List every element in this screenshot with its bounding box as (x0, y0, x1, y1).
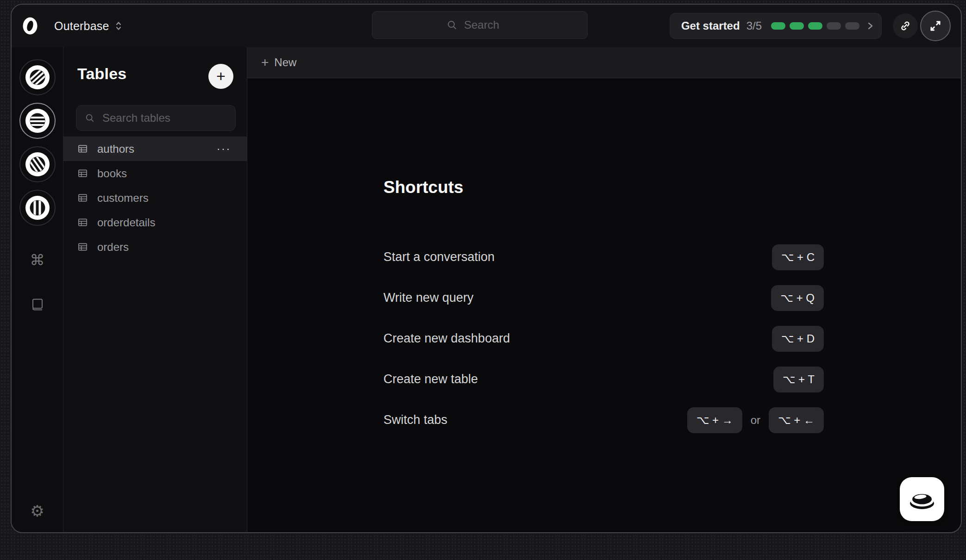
add-table-button[interactable]: + (208, 64, 233, 89)
table-icon (77, 242, 88, 252)
table-more-button[interactable]: ··· (214, 137, 234, 161)
shortcut-label: Create new table (383, 372, 478, 386)
get-started-progress-count: 3/5 (746, 19, 762, 32)
tab-bar: + New (247, 47, 961, 78)
ai-button-icon (907, 485, 937, 514)
table-item-orders[interactable]: orders (63, 235, 247, 259)
outerbase-logo-icon (23, 17, 38, 35)
table-icon (77, 168, 88, 179)
plus-icon: + (216, 68, 226, 84)
progress-pill (808, 22, 822, 30)
progress-pills (771, 22, 859, 30)
chevron-right-icon (867, 21, 874, 31)
ai-assistant-button[interactable] (900, 477, 944, 521)
kbd-badge: ⌥ + D (772, 326, 824, 352)
expand-button[interactable] (920, 11, 951, 41)
table-icon (77, 217, 88, 228)
kbd-badge: ⌥ + T (773, 367, 824, 392)
topbar: Outerbase Get started 3/5 (12, 5, 961, 47)
global-search-input[interactable] (463, 18, 513, 32)
app-body: ⌘ ⚙ Tables + (12, 47, 961, 532)
shortcut-row: Create new table ⌥ + T (383, 366, 824, 392)
global-search[interactable] (372, 11, 588, 39)
shortcut-row: Start a conversation ⌥ + C (383, 244, 824, 270)
table-label: customers (97, 192, 149, 205)
workspace-rail: ⌘ ⚙ (12, 47, 63, 532)
shortcuts-title: Shortcuts (383, 178, 464, 197)
gear-icon: ⚙ (30, 503, 44, 519)
workspace-selector[interactable]: Outerbase (50, 17, 126, 36)
tables-list: authors ··· books customers (63, 137, 247, 259)
shortcut-label: Create new dashboard (383, 331, 510, 346)
tables-sidebar: Tables + authors ··· (63, 47, 247, 532)
docs-button[interactable] (26, 295, 49, 314)
progress-pill (845, 22, 859, 30)
link-icon (899, 19, 912, 32)
app-window: Outerbase Get started 3/5 (11, 4, 962, 533)
progress-pill (790, 22, 804, 30)
table-label: authors (97, 143, 134, 156)
new-tab-button[interactable]: + New (261, 56, 296, 69)
new-tab-label: New (274, 56, 296, 69)
base-icon-3[interactable] (19, 146, 56, 182)
table-icon (77, 193, 88, 203)
settings-button[interactable]: ⚙ (26, 502, 49, 520)
shortcut-label: Switch tabs (383, 413, 447, 427)
command-icon: ⌘ (30, 253, 45, 268)
workspace-name: Outerbase (54, 19, 109, 33)
tables-search-input[interactable] (101, 111, 227, 125)
progress-pill (827, 22, 841, 30)
get-started-button[interactable]: Get started 3/5 (670, 13, 882, 39)
table-label: books (97, 167, 127, 180)
share-link-button[interactable] (893, 13, 918, 38)
shortcuts-rows: Start a conversation ⌥ + C Write new que… (383, 244, 824, 448)
table-label: orders (97, 241, 129, 254)
search-icon (446, 19, 458, 31)
kbd-badge: ⌥ + C (772, 244, 824, 270)
shortcut-row: Create new dashboard ⌥ + D (383, 325, 824, 352)
table-label: orderdetails (97, 216, 155, 229)
book-icon (30, 297, 45, 312)
kbd-badge: ⌥ + → (687, 407, 742, 433)
main-area: + New Shortcuts Start a conversation ⌥ +… (247, 47, 961, 532)
progress-pill (771, 22, 785, 30)
kbd-badge: ⌥ + ← (769, 407, 824, 433)
tables-search[interactable] (76, 105, 236, 131)
get-started-label: Get started (681, 19, 740, 32)
expand-arrows-icon (928, 19, 943, 33)
shortcut-label: Write new query (383, 291, 474, 305)
table-item-authors[interactable]: authors ··· (63, 137, 247, 161)
table-icon (77, 143, 88, 154)
plus-icon: + (261, 56, 269, 69)
table-item-orderdetails[interactable]: orderdetails (63, 210, 247, 235)
or-separator: or (751, 414, 760, 427)
search-icon (85, 113, 95, 123)
command-menu-button[interactable]: ⌘ (26, 251, 49, 269)
shortcut-row: Switch tabs ⌥ + → or ⌥ + ← (383, 407, 824, 433)
table-item-customers[interactable]: customers (63, 186, 247, 210)
base-icon-4[interactable] (19, 190, 56, 226)
chevron-updown-icon (115, 20, 122, 31)
sidebar-title: Tables (77, 65, 126, 83)
shortcut-label: Start a conversation (383, 250, 495, 264)
kbd-badge: ⌥ + Q (771, 285, 824, 311)
shortcut-row: Write new query ⌥ + Q (383, 285, 824, 311)
table-item-books[interactable]: books (63, 161, 247, 186)
base-icon-1[interactable] (19, 59, 56, 95)
topbar-right-cluster: Get started 3/5 (670, 5, 951, 47)
base-icon-2-active[interactable] (19, 103, 56, 139)
